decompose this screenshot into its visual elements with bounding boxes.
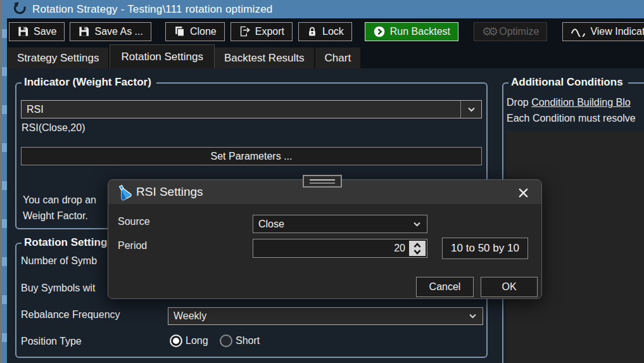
condition-building-blocks-link[interactable]: Condition Building Blo	[531, 97, 631, 108]
dialog-drag-handle[interactable]	[303, 175, 342, 188]
condition-resolve-line: Each Condition must resolve	[507, 113, 636, 124]
rebalance-frequency-label: Rebalance Frequency	[21, 309, 120, 321]
period-label: Period	[118, 240, 147, 252]
rebalance-frequency-value: Weekly	[174, 310, 206, 322]
gears-icon: ⚙⚙	[482, 26, 495, 37]
save-label: Save	[34, 26, 56, 37]
indicator-formula: RSI(Close,20)	[22, 122, 85, 134]
optimize-label: Optimize	[499, 26, 539, 37]
spinner-down-icon	[414, 249, 421, 255]
run-backtest-label: Run Backtest	[390, 26, 450, 37]
drop-condition-line: Drop Condition Building Blo	[507, 97, 631, 108]
rsi-settings-dialog: RSI Settings Source Close Period 20 10 t…	[108, 179, 542, 299]
indicator-hint-line1: You can drop an	[23, 194, 96, 206]
additional-conditions-title: Additional Conditions	[508, 76, 628, 89]
lock-icon	[306, 26, 318, 37]
run-backtest-button[interactable]: Run Backtest	[365, 22, 458, 41]
period-input[interactable]: 20	[253, 239, 427, 258]
indicator-dropdown[interactable]: RSI	[21, 100, 482, 118]
flask-icon	[115, 184, 132, 203]
view-indicators-label: View Indicators	[590, 26, 644, 37]
radio-unselected-icon	[220, 334, 232, 347]
tab-chart[interactable]: Chart	[315, 48, 362, 68]
view-indicators-button[interactable]: View Indicators	[562, 22, 644, 41]
ok-button[interactable]: OK	[481, 277, 538, 297]
export-button[interactable]: Export	[230, 22, 293, 41]
run-icon	[373, 25, 386, 38]
tab-rotation-settings[interactable]: Rotation Settings	[110, 44, 214, 68]
set-parameters-button[interactable]: Set Parameters ...	[21, 147, 482, 165]
position-type-label: Position Type	[21, 336, 82, 347]
rotation-group-title: Rotation Setting	[22, 236, 112, 249]
floppy-icon	[78, 25, 90, 37]
radio-selected-icon	[170, 334, 182, 347]
clone-button[interactable]: Clone	[165, 22, 225, 41]
chevron-down-icon	[461, 107, 481, 112]
source-dropdown[interactable]: Close	[253, 215, 427, 233]
optimize-button: ⚙⚙ Optimize	[474, 22, 547, 41]
chevron-down-icon	[462, 314, 483, 319]
drop-prefix: Drop	[507, 97, 531, 108]
spinner-control[interactable]	[409, 241, 426, 256]
save-button[interactable]: Save	[9, 22, 65, 41]
radio-short-label: Short	[236, 335, 260, 347]
rotate-ccw-icon	[13, 1, 27, 18]
lock-button[interactable]: Lock	[298, 22, 352, 41]
source-label: Source	[118, 216, 150, 227]
number-of-symbols-label: Number of Symb	[21, 255, 97, 267]
period-value: 20	[394, 239, 405, 257]
tab-backtest-results[interactable]: Backtest Results	[215, 48, 315, 68]
radio-long-label: Long	[186, 335, 208, 347]
clone-icon	[174, 25, 186, 37]
indicator-group-title: Indicator (Weight Factor)	[22, 76, 156, 89]
window-edge-scrollbar	[2, 0, 7, 363]
export-label: Export	[255, 26, 284, 37]
save-as-label: Save As ...	[94, 26, 142, 37]
optimize-range-button[interactable]: 10 to 50 by 10	[442, 238, 528, 259]
source-value: Close	[258, 219, 284, 230]
indicator-hint-line2: Weight Factor.	[23, 210, 88, 222]
wave-icon	[571, 27, 586, 37]
save-as-button[interactable]: Save As ...	[70, 22, 151, 41]
dialog-title: RSI Settings	[136, 180, 203, 204]
buy-symbols-label: Buy Symbols wit	[21, 283, 95, 294]
cancel-button[interactable]: Cancel	[416, 277, 474, 297]
indicator-dropdown-value: RSI	[27, 104, 44, 115]
spinner-up-icon	[414, 243, 421, 248]
clone-label: Clone	[190, 26, 217, 37]
chevron-down-icon	[407, 222, 427, 227]
main-toolbar: Save Save As ... Clone	[7, 18, 644, 44]
radio-short[interactable]: Short	[220, 334, 260, 347]
tab-bar: Strategy Settings Rotation Settings Back…	[7, 44, 644, 68]
window-title: Rotation Strategy - Testing\111 rotation…	[32, 3, 272, 16]
floppy-icon	[17, 25, 29, 37]
close-icon[interactable]	[516, 186, 530, 200]
window-titlebar[interactable]: Rotation Strategy - Testing\111 rotation…	[7, 0, 644, 18]
tab-strategy-settings[interactable]: Strategy Settings	[8, 48, 110, 68]
export-icon	[239, 25, 251, 37]
rebalance-frequency-dropdown[interactable]: Weekly	[168, 307, 483, 325]
lock-label: Lock	[322, 26, 344, 37]
radio-long[interactable]: Long	[170, 334, 208, 347]
